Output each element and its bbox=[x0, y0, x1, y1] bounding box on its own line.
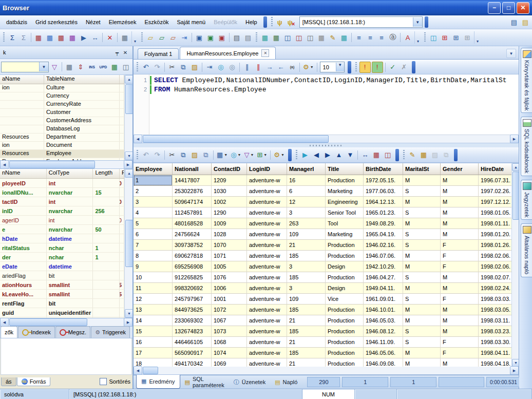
grid-cell[interactable]: M bbox=[403, 358, 441, 367]
copy-icon[interactable]: ⧉ bbox=[178, 150, 188, 160]
menu-elemz-sek[interactable]: Elemzések bbox=[105, 17, 141, 27]
scrollbar-thumb[interactable] bbox=[9, 318, 87, 326]
grid-cell[interactable]: 185 bbox=[287, 272, 326, 283]
tables-header-aname[interactable]: aName bbox=[0, 75, 44, 84]
grid-cell[interactable]: M bbox=[403, 261, 441, 272]
scroll-left-icon[interactable]: ◀ bbox=[134, 366, 142, 375]
table-plain-icon[interactable]: ▦ bbox=[316, 32, 327, 43]
grid-cell[interactable]: 1998.04.18. bbox=[479, 358, 511, 367]
column-row-guid[interactable]: guiduniqueidentifier bbox=[0, 308, 124, 317]
grid-cell[interactable]: 1998.01.11. bbox=[479, 218, 511, 229]
grid-cell[interactable]: adventure-w bbox=[247, 283, 287, 294]
toolbar-chevron[interactable]: ▾ bbox=[414, 31, 421, 44]
grid-cell[interactable]: 494170342 bbox=[173, 358, 212, 367]
fetch-next-icon[interactable]: ▶ bbox=[300, 150, 310, 160]
copy-special-icon[interactable]: ⧉ bbox=[201, 150, 211, 160]
grid-cell[interactable]: adventure-w bbox=[247, 261, 287, 272]
chevron-down-icon[interactable]: ▼ bbox=[263, 153, 267, 157]
grid-cell[interactable]: 1070 bbox=[212, 240, 247, 251]
scroll-right-icon[interactable]: ▶ bbox=[124, 318, 132, 327]
tables-hscrollbar[interactable]: ◀ ▶ bbox=[0, 161, 132, 169]
table-edit-icon[interactable]: ✎ bbox=[328, 32, 338, 43]
table-col-blue-icon[interactable]: ◫ bbox=[282, 32, 293, 43]
grid-vscrollbar[interactable]: ▲ ▼ bbox=[511, 163, 519, 367]
chevron-down-icon[interactable]: ▼ bbox=[238, 153, 241, 157]
find-icon[interactable]: ◎ bbox=[216, 62, 226, 72]
menu-n-zet[interactable]: Nézet bbox=[82, 17, 105, 27]
undo-icon[interactable]: ↶ bbox=[141, 62, 151, 72]
maximize-button[interactable]: □ bbox=[502, 2, 515, 14]
cut-icon[interactable]: ✂ bbox=[167, 62, 177, 72]
tab-zenetek[interactable]: ⓘÜzenetek bbox=[229, 375, 270, 389]
table-filter-combo[interactable]: ▼ bbox=[1, 62, 49, 72]
grid-cell[interactable]: 2 bbox=[134, 186, 173, 197]
grid-cell[interactable]: 17 bbox=[134, 348, 173, 358]
connection-combo[interactable]: [MSSQL] (192.168.1.18:) ▼ bbox=[299, 16, 423, 28]
scroll-down-icon[interactable]: ▼ bbox=[125, 151, 132, 160]
grid-cell[interactable]: M bbox=[441, 283, 479, 294]
grid-cell[interactable]: F bbox=[441, 337, 479, 348]
table-col-red-icon[interactable]: ◫ bbox=[294, 32, 304, 43]
grid-header-nationali[interactable]: NationalI bbox=[173, 163, 212, 175]
paste-disabled-icon[interactable]: ▨ bbox=[430, 150, 440, 160]
tab-triggerek[interactable]: ⚙Triggerek bbox=[91, 326, 130, 338]
first-record-icon[interactable]: ◀ bbox=[311, 150, 321, 160]
grid-cell[interactable]: 1946.04.27. bbox=[364, 272, 403, 283]
grid-cell[interactable]: 1946.07.06. bbox=[364, 251, 403, 261]
grid-cell[interactable]: adventure-w bbox=[247, 358, 287, 367]
grid-cell[interactable]: adventure-w bbox=[247, 315, 287, 326]
tab-list-dropdown[interactable]: ▼ bbox=[506, 49, 516, 58]
tab-forr-s[interactable]: SQLForrás bbox=[17, 377, 51, 386]
grid-cell[interactable]: 233069302 bbox=[173, 315, 212, 326]
edit-key-icon[interactable]: ✎ bbox=[407, 150, 417, 160]
grid-cell[interactable]: M bbox=[441, 175, 479, 186]
save-icon[interactable]: ▣ bbox=[194, 32, 204, 43]
sql-code[interactable]: FROM HumanResources.Employee bbox=[154, 86, 266, 93]
grid-cell[interactable]: 565090917 bbox=[173, 348, 212, 358]
grid-cell[interactable]: F bbox=[441, 240, 479, 251]
grid-cell[interactable]: adventure-w bbox=[247, 251, 287, 261]
tables-header-tablename[interactable]: TableName bbox=[44, 75, 120, 84]
grid-cell[interactable]: adventure-w bbox=[247, 207, 287, 218]
layout-bottom-icon[interactable]: ◫ bbox=[428, 32, 439, 43]
table-sum-icon[interactable]: ▦ bbox=[271, 32, 281, 43]
column-row-inid[interactable]: inIDnvarchar256 bbox=[0, 206, 124, 216]
tab-eredm-ny[interactable]: ▦Eredmény bbox=[136, 375, 180, 389]
column-row-agerid[interactable]: agerIDint10 bbox=[0, 216, 124, 225]
grid-cell[interactable]: Tool bbox=[326, 218, 364, 229]
grid-cell[interactable]: adventure-w bbox=[247, 326, 287, 337]
upd-mode-icon[interactable]: UPD bbox=[98, 62, 108, 72]
sum-icon[interactable]: Σ bbox=[7, 32, 17, 43]
grid-cell[interactable]: M bbox=[403, 348, 441, 358]
grid-cell[interactable]: M bbox=[441, 197, 479, 207]
filter-icon[interactable]: ▽▼ bbox=[243, 150, 255, 160]
grid-cell[interactable]: Production bbox=[326, 358, 364, 367]
grid-cell[interactable]: 112457891 bbox=[173, 207, 212, 218]
grid-cell[interactable]: M bbox=[441, 218, 479, 229]
grid-goto-icon[interactable]: ▶ bbox=[79, 32, 89, 43]
save-grid-icon[interactable]: ▣ bbox=[217, 32, 227, 43]
sort-az-icon[interactable]: ⓐ bbox=[388, 32, 398, 43]
grid-cell[interactable]: 1998.02.06. bbox=[479, 251, 511, 261]
grid-view-icon[interactable]: ▦ bbox=[371, 150, 382, 160]
grid-header-hiredate[interactable]: HireDate bbox=[479, 163, 511, 175]
save-excel-icon[interactable]: ▣ bbox=[205, 32, 216, 43]
ins-mode-icon[interactable]: INS bbox=[87, 62, 97, 72]
close-button[interactable]: ✕ bbox=[517, 2, 529, 14]
scroll-down-icon[interactable]: ▼ bbox=[125, 309, 132, 318]
grid-cell[interactable]: 12 bbox=[287, 197, 326, 207]
chevron-down-icon[interactable]: ▼ bbox=[336, 63, 344, 71]
grid-cell[interactable]: adventure-w bbox=[247, 272, 287, 283]
grid-cell[interactable]: 1074 bbox=[212, 348, 247, 358]
scrollbar-thumb[interactable] bbox=[143, 135, 329, 143]
grid-header-contactid[interactable]: ContactID bbox=[212, 163, 247, 175]
grid-cell[interactable]: 109 bbox=[287, 294, 326, 305]
panel-props-icon[interactable]: ◫ bbox=[121, 62, 131, 72]
grid-cell[interactable]: 1998.01.05. bbox=[479, 207, 511, 218]
column-row-difieddate[interactable]: difiedDatedatetime bbox=[0, 317, 124, 318]
grid-cell[interactable]: Production bbox=[326, 305, 364, 315]
find-next-icon[interactable]: ◎ bbox=[227, 62, 237, 72]
brackets-icon[interactable]: (a) bbox=[287, 62, 297, 72]
grid-cell[interactable]: 1949.04.11. bbox=[364, 283, 403, 294]
grid-cell[interactable]: 912265825 bbox=[173, 272, 212, 283]
